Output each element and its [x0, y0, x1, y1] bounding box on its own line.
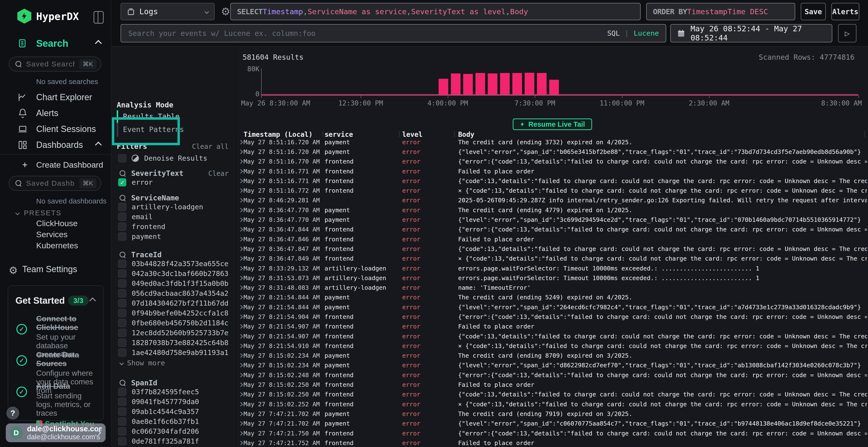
row-expand-icon[interactable]	[239, 334, 243, 338]
table-row[interactable]: May 27 8:21:54.907 AMfrontenderror{"code…	[237, 332, 868, 341]
checkbox[interactable]	[118, 260, 126, 268]
table-row[interactable]: May 27 8:31:48.083 AMartillery-loadgener…	[237, 283, 868, 293]
histogram-bar[interactable]	[451, 73, 461, 95]
order-by-input[interactable]: ORDER BY TimestampTime DESC	[646, 3, 795, 20]
checkbox[interactable]	[118, 299, 126, 307]
denoise-row[interactable]: Denoise Results	[118, 154, 207, 162]
row-expand-icon[interactable]	[239, 140, 243, 144]
table-row[interactable]: May 27 8:36:47.847 AMfrontenderror{"code…	[237, 244, 868, 253]
table-row[interactable]: May 27 8:21:54.910 AMfrontenderror× {"co…	[237, 341, 868, 351]
lucene-toggle[interactable]: Lucene	[633, 29, 659, 37]
row-expand-icon[interactable]	[239, 285, 243, 290]
checkbox[interactable]	[118, 270, 126, 278]
filter-option[interactable]: artillery-loadgen	[118, 203, 203, 211]
histogram-bar[interactable]	[463, 74, 473, 95]
row-expand-icon[interactable]	[239, 353, 243, 358]
row-expand-icon[interactable]	[239, 276, 243, 280]
row-expand-icon[interactable]	[239, 412, 243, 416]
row-expand-icon[interactable]	[239, 402, 243, 406]
checkbox[interactable]	[118, 427, 126, 436]
filter-option[interactable]: 03f7b824595feec5	[118, 388, 199, 396]
table-row[interactable]: May 27 8:51:16.771 AMfrontenderrorFailed…	[237, 166, 868, 176]
table-row[interactable]: May 27 8:51:16.770 AMfrontenderror{"erro…	[237, 157, 868, 166]
filter-option[interactable]: 09041fb457779da0	[118, 398, 199, 406]
table-row[interactable]: May 27 8:36:47.844 AMfrontenderror{"erro…	[237, 225, 868, 234]
row-expand-icon[interactable]	[239, 217, 243, 222]
row-expand-icon[interactable]	[239, 160, 243, 164]
checkbox[interactable]	[118, 348, 126, 357]
filter-option[interactable]: 18287038b73e882425c64b8…	[118, 339, 228, 347]
table-row[interactable]: May 27 8:21:54.907 AMfrontenderrorFailed…	[237, 322, 868, 332]
filter-option[interactable]: error	[118, 178, 153, 186]
presets-toggle[interactable]: PRESETS	[16, 209, 61, 217]
table-row[interactable]: May 27 8:51:16.771 AMfrontenderror{"code…	[237, 176, 868, 186]
resume-live-tail-button[interactable]: Resume Live Tail	[513, 118, 592, 130]
checkbox[interactable]	[118, 437, 126, 445]
table-row[interactable]: May 27 7:47:21.702 AMpaymenterrorThe cre…	[237, 409, 868, 419]
sidebar-preset-item[interactable]: Kubernetes	[36, 241, 78, 250]
sidebar-preset-item[interactable]: Services	[36, 230, 67, 239]
row-expand-icon[interactable]	[239, 441, 243, 445]
sql-select-input[interactable]: SELECT Timestamp, ServiceName as service…	[230, 3, 641, 20]
sidebar-preset-item[interactable]: ClickHouse	[36, 219, 78, 228]
table-row[interactable]: May 27 7:47:21.702 AMpaymenterror{"level…	[237, 419, 868, 428]
checkbox[interactable]	[118, 417, 126, 425]
row-expand-icon[interactable]	[239, 188, 243, 193]
table-row[interactable]: May 27 8:15:02.248 AMfrontenderror{"erro…	[237, 370, 868, 380]
checkbox[interactable]	[118, 232, 126, 241]
filter-option[interactable]: 07d184304627bf2f11b67dd…	[118, 299, 228, 307]
column-menu-icon[interactable]: ⋮⋮	[862, 130, 868, 137]
filter-option[interactable]: 0fbe680eb456750b2d1184c…	[118, 319, 228, 327]
histogram-bar[interactable]	[525, 73, 534, 95]
saved-dashboards-field[interactable]	[26, 179, 75, 187]
row-expand-icon[interactable]	[239, 295, 243, 300]
severity-clear-button[interactable]: Clear	[208, 170, 228, 177]
checkbox[interactable]	[118, 309, 126, 317]
filter-option[interactable]: 056cd9acbaac8637a4354a2…	[118, 289, 228, 298]
row-expand-icon[interactable]	[239, 314, 243, 319]
histogram-bar[interactable]	[488, 73, 497, 95]
table-row[interactable]: May 27 8:51:16.720 AMpaymenterror{"level…	[237, 147, 868, 157]
lucene-search-bar[interactable]: SQL | Lucene	[121, 24, 666, 42]
checkbox[interactable]	[118, 339, 126, 347]
row-expand-icon[interactable]	[239, 237, 243, 241]
trace-show-more[interactable]: Show more	[120, 359, 165, 367]
row-expand-icon[interactable]	[239, 266, 243, 271]
filter-option[interactable]: 1ae42480d758e9ab91193a1…	[118, 348, 228, 357]
get-started-item[interactable]: ✓Add DataStart sending logs, metrics, or…	[16, 382, 95, 417]
table-row[interactable]: May 27 8:33:29.132 AMartillery-loadgener…	[237, 264, 868, 273]
user-account-chip[interactable]: D dale@clickhouse.com dale@clickhouse.co…	[6, 423, 105, 442]
row-expand-icon[interactable]	[239, 227, 243, 232]
sidebar-item-alerts[interactable]: Alerts	[0, 106, 111, 120]
checkbox[interactable]	[118, 289, 126, 298]
table-row[interactable]: May 27 8:46:29.281 AMerror2025-05-26T09:…	[237, 196, 868, 205]
saved-searches-input[interactable]: ⌘K	[9, 57, 101, 72]
results-histogram[interactable]: 80K 0 May 26 8:30:00 AM12:30:00 PM4:00:0…	[261, 68, 858, 95]
checkbox[interactable]	[118, 222, 126, 231]
row-expand-icon[interactable]	[239, 324, 243, 329]
histogram-bar[interactable]	[549, 80, 559, 95]
save-button[interactable]: Save	[801, 3, 826, 20]
sidebar-collapse-button[interactable]	[94, 11, 104, 24]
table-row[interactable]: May 27 8:15:02.250 AMfrontenderrorFailed…	[237, 380, 868, 389]
hyperdx-logo-icon[interactable]	[18, 9, 31, 24]
time-range-picker[interactable]: May 26 08:52:44 - May 27 08:52:44	[670, 24, 832, 42]
sidebar-item-search[interactable]: Search	[0, 37, 111, 50]
row-expand-icon[interactable]	[239, 149, 243, 154]
filter-option[interactable]: 049ed0ac3fdb1f3f15a0b0b…	[118, 279, 228, 287]
chevron-up-icon[interactable]	[95, 40, 102, 47]
table-row[interactable]: May 27 7:47:21.752 AMfrontenderrorFailed…	[237, 438, 868, 447]
row-expand-icon[interactable]	[239, 344, 243, 348]
checkbox[interactable]	[118, 329, 126, 337]
chevron-up-icon[interactable]	[95, 142, 102, 148]
histogram-bar[interactable]	[439, 79, 448, 95]
filter-option[interactable]: 0ae8e1f6c6b37fb1	[118, 417, 199, 425]
row-expand-icon[interactable]	[239, 382, 243, 387]
filter-option[interactable]: 0de781ff325a781f	[118, 437, 199, 445]
table-row[interactable]: May 27 8:51:16.772 AMfrontenderror× {"co…	[237, 186, 868, 195]
row-expand-icon[interactable]	[239, 208, 243, 212]
checkbox[interactable]	[118, 213, 126, 221]
row-expand-icon[interactable]	[239, 169, 243, 173]
run-query-button[interactable]: ▷	[838, 24, 857, 42]
filter-option[interactable]: 0f94b9befe0b4252ccfa1c8…	[118, 309, 228, 317]
